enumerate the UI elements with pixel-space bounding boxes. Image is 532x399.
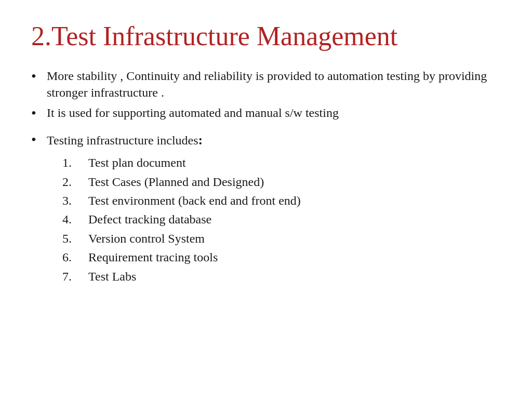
num-7: 7.	[62, 268, 88, 285]
numbered-item-1: 1. Test plan document	[62, 154, 501, 171]
numbered-list: 1. Test plan document 2. Test Cases (Pla…	[62, 154, 501, 287]
num-text-5: Version control System	[88, 230, 501, 247]
slide-content: • More stability , Continuity and reliab…	[31, 68, 501, 287]
spacer	[31, 125, 501, 131]
num-text-1: Test plan document	[88, 154, 501, 171]
num-6: 6.	[62, 249, 88, 265]
num-text-7: Test Labs	[88, 268, 501, 285]
num-2: 2.	[62, 174, 88, 190]
numbered-item-5: 5. Version control System	[62, 230, 501, 247]
num-text-2: Test Cases (Planned and Designed)	[88, 174, 501, 190]
bullet-icon-1: •	[31, 68, 47, 85]
bullet-item-1: • More stability , Continuity and reliab…	[31, 68, 501, 101]
numbered-item-2: 2. Test Cases (Planned and Designed)	[62, 174, 501, 190]
slide-title: 2.Test Infrastructure Management	[31, 21, 501, 52]
num-text-6: Requirement tracing tools	[88, 249, 501, 265]
bullet-text-2: It is used for supporting automated and …	[47, 104, 501, 121]
num-text-4: Defect tracking database	[88, 211, 501, 228]
num-text-3: Test environment (back end and front end…	[88, 192, 501, 209]
num-5: 5.	[62, 230, 88, 247]
numbered-item-7: 7. Test Labs	[62, 268, 501, 285]
slide: 2.Test Infrastructure Management • More …	[0, 0, 532, 399]
numbered-item-4: 4. Defect tracking database	[62, 211, 501, 228]
infrastructure-bullet-text: Testing infrastructure includes:	[47, 131, 501, 149]
bullet-icon-2: •	[31, 104, 47, 122]
bullet-item-3: • Testing infrastructure includes:	[31, 131, 501, 149]
bullet-item-2: • It is used for supporting automated an…	[31, 104, 501, 122]
bullet-icon-3: •	[31, 131, 47, 149]
bullet-text-1: More stability , Continuity and reliabil…	[47, 68, 501, 101]
numbered-item-6: 6. Requirement tracing tools	[62, 249, 501, 265]
colon: :	[198, 132, 203, 148]
num-3: 3.	[62, 192, 88, 209]
num-4: 4.	[62, 211, 88, 228]
num-1: 1.	[62, 154, 88, 171]
numbered-item-3: 3. Test environment (back end and front …	[62, 192, 501, 209]
